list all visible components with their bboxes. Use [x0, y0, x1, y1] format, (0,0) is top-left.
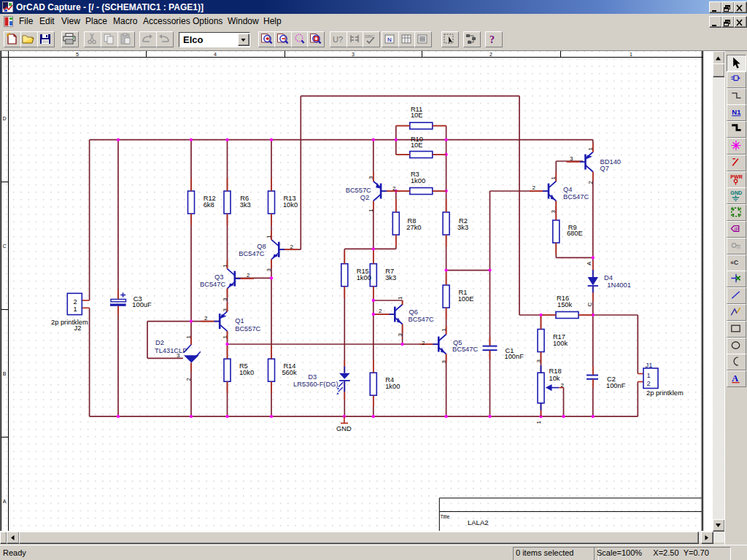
svg-text:2: 2	[204, 315, 208, 322]
svg-text:3: 3	[570, 155, 573, 162]
svg-text:2: 2	[533, 184, 536, 191]
svg-text:Q4: Q4	[563, 186, 572, 193]
svg-text:2: 2	[185, 378, 192, 381]
svg-text:IP: IP	[735, 227, 740, 233]
svg-text:100nF: 100nF	[505, 353, 525, 360]
svg-text:3k3: 3k3	[457, 224, 468, 231]
svg-text:3k3: 3k3	[240, 201, 251, 209]
svg-text:TL431CLP: TL431CLP	[155, 347, 187, 354]
svg-text:680E: 680E	[567, 230, 583, 237]
svg-text:560k: 560k	[282, 369, 297, 376]
svg-text:H: H	[737, 245, 740, 250]
svg-text:R18: R18	[549, 368, 562, 375]
svg-text:100k: 100k	[553, 340, 568, 347]
svg-text:2: 2	[489, 52, 492, 57]
svg-text:2p printklem: 2p printklem	[646, 389, 684, 397]
svg-text:3: 3	[352, 52, 355, 57]
svg-text:BC557C: BC557C	[235, 325, 260, 332]
svg-text:Q3: Q3	[214, 273, 223, 281]
svg-text:J1: J1	[646, 362, 653, 369]
svg-text:BC547C: BC547C	[563, 193, 589, 201]
svg-text:2p printklem: 2p printklem	[51, 319, 88, 326]
svg-text:2: 2	[561, 382, 565, 389]
svg-text:PWR: PWR	[730, 174, 743, 179]
svg-text:«C: «C	[730, 259, 738, 266]
svg-text:2: 2	[587, 181, 594, 184]
svg-text:1: 1	[647, 372, 651, 379]
svg-text:BC547C: BC547C	[409, 316, 434, 323]
svg-text:1: 1	[535, 421, 542, 424]
svg-text:1N4001: 1N4001	[607, 281, 631, 289]
svg-text:10k: 10k	[549, 375, 560, 382]
svg-text:6k8: 6k8	[204, 201, 214, 209]
svg-text:D: D	[2, 116, 6, 121]
svg-text:GND: GND	[336, 425, 352, 432]
svg-text:BC547C: BC547C	[452, 346, 478, 353]
svg-text:Q7: Q7	[600, 165, 609, 172]
svg-text:Q8: Q8	[257, 243, 266, 250]
svg-text:J2: J2	[74, 324, 82, 332]
svg-text:150k: 150k	[557, 301, 573, 308]
svg-text:N: N	[387, 36, 392, 43]
svg-text:100E: 100E	[458, 295, 474, 303]
svg-text:2: 2	[74, 298, 77, 306]
svg-text:C: C	[587, 303, 593, 307]
svg-text:3k3: 3k3	[385, 274, 396, 281]
svg-text:LR5360-F(DG): LR5360-F(DG)	[293, 381, 338, 388]
svg-text:3: 3	[266, 268, 272, 272]
svg-text:D3: D3	[308, 373, 317, 381]
svg-text:1k00: 1k00	[385, 383, 400, 390]
svg-text:1k00: 1k00	[411, 177, 425, 184]
svg-text:3: 3	[397, 333, 403, 337]
svg-text:10k0: 10k0	[239, 369, 254, 376]
svg-text:2: 2	[422, 340, 425, 346]
svg-text:10E: 10E	[411, 112, 423, 119]
svg-text:B: B	[3, 371, 7, 376]
svg-text:BC547C: BC547C	[239, 250, 264, 257]
svg-text:C: C	[2, 244, 6, 249]
svg-text:27k0: 27k0	[406, 224, 421, 231]
svg-text:Q6: Q6	[409, 308, 418, 316]
svg-text:10k0: 10k0	[283, 201, 298, 209]
svg-text:5: 5	[76, 52, 79, 57]
svg-text:GND: GND	[730, 190, 742, 196]
svg-text:U?: U?	[333, 35, 343, 44]
svg-text:100nF: 100nF	[606, 382, 626, 389]
svg-text:2: 2	[379, 308, 382, 314]
svg-text:1: 1	[397, 296, 403, 300]
svg-text:LALA2: LALA2	[468, 518, 489, 526]
svg-text:D4: D4	[604, 274, 613, 281]
svg-text:2: 2	[647, 380, 651, 387]
svg-text:2: 2	[290, 244, 294, 250]
svg-text:3: 3	[222, 298, 228, 301]
svg-text:2: 2	[392, 185, 396, 192]
svg-text:BC547C: BC547C	[200, 281, 225, 288]
svg-text:10E: 10E	[411, 141, 423, 149]
svg-text:D2: D2	[155, 339, 164, 346]
svg-text:N1: N1	[732, 109, 741, 117]
svg-text:1: 1	[74, 306, 77, 313]
svg-text:Q1: Q1	[235, 317, 244, 324]
svg-text:2: 2	[247, 272, 250, 279]
svg-text:?: ?	[489, 34, 495, 45]
svg-text:Title: Title	[441, 514, 450, 519]
svg-text:3: 3	[177, 352, 180, 359]
svg-text:4: 4	[214, 52, 217, 57]
svg-text:1: 1	[630, 52, 632, 57]
svg-text:Q2: Q2	[360, 194, 369, 201]
svg-text:A: A	[586, 261, 592, 265]
svg-text:A: A	[3, 499, 7, 504]
svg-text:1k00: 1k00	[357, 274, 371, 281]
svg-text:100uF: 100uF	[132, 301, 152, 308]
